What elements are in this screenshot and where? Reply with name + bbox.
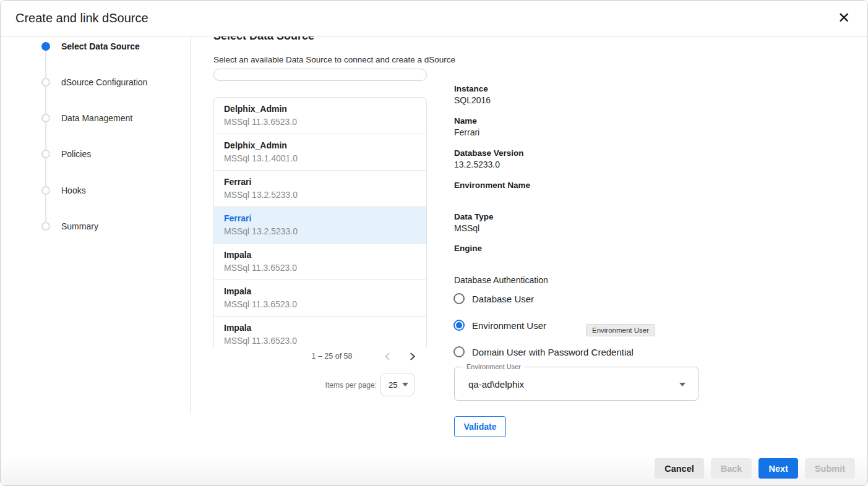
stepper-dot-icon: [41, 222, 50, 231]
data-source-list: Delphix_Admin MSSql 11.3.6523.0 Delphix_…: [213, 97, 427, 347]
stepper-label: Select Data Source: [61, 41, 140, 51]
field-label: Database Version: [454, 148, 524, 159]
field-label: Name: [454, 116, 479, 127]
list-item-selected[interactable]: Ferrari MSSql 13.2.5233.0: [214, 207, 426, 244]
field-value: 13.2.5233.0: [454, 159, 524, 170]
dialog-header: Create and link dSource ✕: [1, 1, 867, 36]
field-value: MSSql: [454, 223, 494, 234]
radio-icon: [453, 293, 465, 304]
pagination-next-button[interactable]: [403, 348, 419, 364]
items-per-page-label: Items per page:: [285, 381, 377, 390]
caret-down-icon: [679, 383, 685, 386]
detail-field-engine: Engine: [454, 243, 482, 254]
source-version: MSSql 11.3.6523.0: [224, 299, 426, 310]
field-label: Instance: [454, 83, 491, 95]
source-name: Ferrari: [224, 176, 426, 188]
detail-field-instance: Instance SQL2016: [454, 83, 491, 106]
environment-user-tooltip: Environment User: [586, 324, 655, 336]
items-per-page-select[interactable]: 25: [380, 373, 415, 396]
stepper-connector: [45, 46, 46, 226]
stepper-item-summary[interactable]: Summary: [38, 220, 98, 232]
stepper-label: Policies: [61, 149, 91, 159]
stepper-dot-icon: [41, 114, 50, 122]
detail-field-name: Name Ferrari: [454, 116, 479, 138]
radio-icon: [453, 346, 465, 357]
items-per-page-value: 25: [389, 380, 397, 390]
radio-environment-user[interactable]: Environment User: [453, 319, 546, 331]
next-button[interactable]: Next: [758, 458, 797, 479]
pagination-prev-button[interactable]: [380, 348, 397, 364]
field-label: Data Type: [454, 211, 494, 223]
close-icon[interactable]: ✕: [838, 9, 850, 27]
stepper-dot-icon: [41, 150, 50, 158]
validate-button[interactable]: Validate: [454, 416, 506, 437]
field-value: SQL2016: [454, 95, 491, 106]
footer-actions: Cancel Back Next Submit: [655, 458, 855, 479]
stepper-item-dsource-configuration[interactable]: dSource Configuration: [38, 76, 147, 88]
search-input[interactable]: [213, 69, 427, 81]
database-authentication-label: Database Authentication: [454, 275, 548, 285]
cancel-button[interactable]: Cancel: [655, 458, 704, 479]
source-version: MSSql 11.3.6523.0: [224, 262, 426, 274]
field-label: Engine: [454, 243, 482, 254]
dialog-body: Select Data Source dSource Configuration…: [1, 36, 867, 485]
stepper-dot-icon: [41, 42, 50, 51]
source-version: MSSql 13.2.5233.0: [224, 189, 426, 201]
list-item[interactable]: Delphix_Admin MSSql 13.1.4001.0: [214, 134, 426, 171]
stepper-label: Data Management: [61, 113, 132, 123]
source-name: Impala: [224, 286, 426, 297]
source-name: Ferrari: [224, 213, 426, 224]
source-version: MSSql 11.3.6523.0: [224, 116, 426, 128]
caret-down-icon: [402, 383, 408, 386]
section-subtitle: Select an available Data Source to conne…: [213, 55, 455, 64]
sidebar-divider: [190, 36, 191, 414]
dialog-title: Create and link dSource: [15, 11, 148, 25]
radio-label: Domain User with Password Credential: [472, 347, 634, 357]
pagination-range: 1 – 25 of 58: [290, 352, 374, 360]
environment-user-select-label: Environment User: [463, 363, 524, 370]
chevron-right-icon: [407, 352, 415, 360]
source-name: Delphix_Admin: [224, 103, 426, 115]
stepper-item-policies[interactable]: Policies: [38, 148, 91, 160]
radio-selected-icon: [453, 320, 465, 331]
radio-database-user[interactable]: Database User: [453, 292, 534, 305]
source-version: MSSql 13.1.4001.0: [224, 153, 426, 164]
stepper-item-data-management[interactable]: Data Management: [38, 112, 132, 124]
stepper-label: dSource Configuration: [61, 77, 147, 87]
create-dsource-dialog: Create and link dSource ✕ Select Data So…: [0, 0, 868, 486]
source-name: Impala: [224, 322, 426, 334]
radio-label: Environment User: [472, 320, 546, 331]
environment-user-select-value: qa-ad\delphix: [468, 379, 524, 390]
chevron-left-icon: [385, 352, 393, 360]
source-name: Impala: [224, 249, 426, 261]
stepper-item-select-data-source[interactable]: Select Data Source: [38, 40, 140, 53]
field-label: Environment Name: [454, 180, 530, 191]
source-version: MSSql 13.2.5233.0: [224, 226, 426, 237]
stepper-label: Hooks: [61, 185, 86, 195]
back-button[interactable]: Back: [711, 458, 752, 479]
stepper-dot-icon: [41, 78, 50, 87]
detail-field-data-type: Data Type MSSql: [454, 211, 494, 234]
radio-label: Database User: [472, 294, 534, 304]
stepper-dot-icon: [41, 186, 50, 195]
list-item[interactable]: Impala MSSql 11.3.6523.0: [214, 244, 426, 280]
submit-button[interactable]: Submit: [805, 458, 855, 479]
section-heading: Select Data Source: [213, 36, 314, 43]
list-item[interactable]: Ferrari MSSql 13.2.5233.0: [214, 171, 426, 207]
environment-user-select[interactable]: Environment User qa-ad\delphix: [454, 367, 698, 401]
list-item[interactable]: Delphix_Admin MSSql 11.3.6523.0: [214, 98, 426, 134]
detail-field-database-version: Database Version 13.2.5233.0: [454, 148, 524, 170]
list-item[interactable]: Impala MSSql 11.3.6523.0: [214, 317, 426, 347]
stepper-item-hooks[interactable]: Hooks: [38, 184, 86, 197]
source-name: Delphix_Admin: [224, 140, 426, 151]
field-value: Ferrari: [454, 127, 479, 138]
list-item[interactable]: Impala MSSql 11.3.6523.0: [214, 280, 426, 317]
radio-domain-user[interactable]: Domain User with Password Credential: [453, 346, 634, 358]
source-version: MSSql 11.3.6523.0: [224, 335, 426, 347]
detail-field-environment-name: Environment Name: [454, 180, 530, 191]
stepper-label: Summary: [61, 221, 98, 231]
